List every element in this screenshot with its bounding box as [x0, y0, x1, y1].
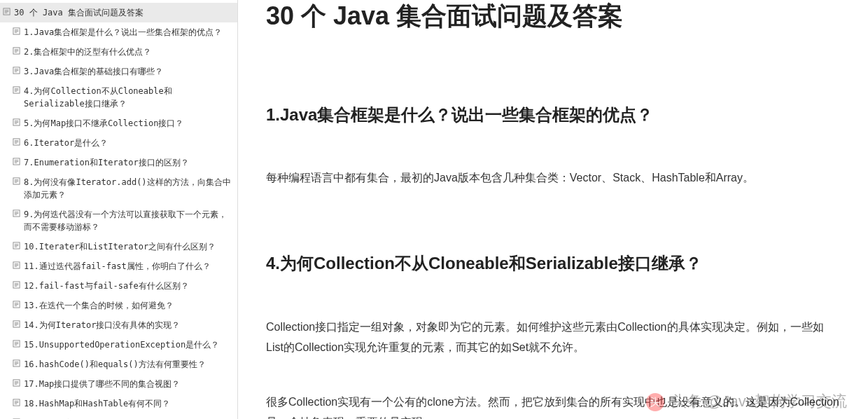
toc-item-label: 5.为何Map接口不继承Collection接口？: [24, 117, 183, 130]
toc-item[interactable]: 17.Map接口提供了哪些不同的集合视图？: [0, 374, 237, 394]
toc-item-label: 30 个 Java 集合面试问题及答案: [14, 6, 144, 19]
toc-item-label: 9.为何迭代器没有一个方法可以直接获取下一个元素，而不需要移动游标？: [24, 208, 232, 233]
heading-icon: [13, 47, 20, 55]
toc-item[interactable]: 12.fail-fast与fail-safe有什么区别？: [0, 276, 237, 296]
heading-icon: [13, 301, 20, 308]
toc-item-label: 16.hashCode()和equals()方法有何重要性？: [24, 358, 206, 371]
heading-icon: [13, 281, 20, 289]
toc-item[interactable]: 15.UnsupportedOperationException是什么？: [0, 335, 237, 355]
article-paragraph: 每种编程语言中都有集合，最初的Java版本包含几种集合类：Vector、Stac…: [266, 168, 840, 188]
heading-icon: [13, 399, 20, 406]
heading-icon: [13, 27, 20, 35]
toc-item-label: 1.Java集合框架是什么？说出一些集合框架的优点？: [24, 26, 222, 39]
toc-item[interactable]: 7.Enumeration和Iterator接口的区别？: [0, 153, 237, 172]
heading-icon: [3, 8, 10, 15]
toc-item[interactable]: 11.通过迭代器fail-fast属性，你明白了什么？: [0, 256, 237, 276]
toc-item[interactable]: 6.Iterator是什么？: [0, 133, 237, 153]
article-paragraph: 很多Collection实现有一个公有的clone方法。然而，把它放到集合的所有…: [266, 392, 840, 419]
heading-icon: [13, 379, 20, 387]
toc-item[interactable]: 18.HashMap和HashTable有何不同？: [0, 394, 237, 413]
toc-item[interactable]: 19.如何决定选用HashMap还是TreeMap？: [0, 413, 237, 419]
heading-icon: [13, 242, 20, 249]
article-title: 30 个 Java 集合面试问题及答案: [266, 0, 840, 33]
toc-item-label: 10.Iterater和ListIterator之间有什么区别？: [24, 240, 216, 253]
toc-item[interactable]: 16.hashCode()和equals()方法有何重要性？: [0, 355, 237, 374]
toc-item-label: 6.Iterator是什么？: [24, 137, 108, 149]
heading-icon: [13, 138, 20, 146]
article-main: 30 个 Java 集合面试问题及答案 1.Java集合框架是什么？说出一些集合…: [238, 0, 868, 419]
heading-icon: [13, 158, 20, 165]
heading-icon: [13, 210, 20, 217]
section-heading-1: 1.Java集合框架是什么？说出一些集合框架的优点？: [266, 103, 840, 127]
toc-item[interactable]: 14.为何Iterator接口没有具体的实现？: [0, 315, 237, 335]
toc-item-label: 14.为何Iterator接口没有具体的实现？: [24, 319, 180, 331]
toc-item-label: 18.HashMap和HashTable有何不同？: [24, 397, 170, 410]
toc-item-label: 3.Java集合框架的基础接口有哪些？: [24, 65, 163, 78]
toc-item[interactable]: 10.Iterater和ListIterator之间有什么区别？: [0, 237, 237, 256]
heading-icon: [13, 67, 20, 74]
heading-icon: [13, 118, 20, 126]
toc-item-label: 8.为何没有像Iterator.add()这样的方法，向集合中添加元素？: [24, 176, 232, 201]
toc-item[interactable]: 2.集合框架中的泛型有什么优点？: [0, 42, 237, 62]
toc-sidebar: 30 个 Java 集合面试问题及答案1.Java集合框架是什么？说出一些集合框…: [0, 0, 238, 419]
toc-item[interactable]: 13.在迭代一个集合的时候，如何避免？: [0, 296, 237, 315]
section-heading-4: 4.为何Collection不从Cloneable和Serializable接口…: [266, 252, 840, 275]
toc-item[interactable]: 4.为何Collection不从Cloneable和Serializable接口…: [0, 81, 237, 114]
toc-item-label: 12.fail-fast与fail-safe有什么区别？: [24, 280, 189, 292]
heading-icon: [13, 320, 20, 328]
toc-item[interactable]: 8.为何没有像Iterator.add()这样的方法，向集合中添加元素？: [0, 172, 237, 205]
toc-item[interactable]: 3.Java集合框架的基础接口有哪些？: [0, 62, 237, 81]
toc-item-label: 11.通过迭代器fail-fast属性，你明白了什么？: [24, 260, 211, 273]
toc-item-label: 4.为何Collection不从Cloneable和Serializable接口…: [24, 85, 232, 110]
heading-icon: [13, 261, 20, 269]
toc-item[interactable]: 5.为何Map接口不继承Collection接口？: [0, 114, 237, 133]
heading-icon: [13, 359, 20, 367]
article-paragraph: Collection接口指定一组对象，对象即为它的元素。如何维护这些元素由Col…: [266, 317, 840, 358]
toc-item-label: 13.在迭代一个集合的时候，如何避免？: [24, 299, 174, 312]
heading-icon: [13, 86, 20, 94]
toc-item[interactable]: 9.为何迭代器没有一个方法可以直接获取下一个元素，而不需要移动游标？: [0, 205, 237, 237]
heading-icon: [13, 177, 20, 185]
toc-item-label: 7.Enumeration和Iterator接口的区别？: [24, 156, 189, 169]
toc-item-label: 2.集合框架中的泛型有什么优点？: [24, 46, 151, 58]
toc-item[interactable]: 1.Java集合框架是什么？说出一些集合框架的优点？: [0, 22, 237, 42]
toc-item[interactable]: 30 个 Java 集合面试问题及答案: [0, 3, 237, 22]
toc-item-label: 15.UnsupportedOperationException是什么？: [24, 338, 219, 351]
toc-item-label: 17.Map接口提供了哪些不同的集合视图？: [24, 378, 180, 390]
heading-icon: [13, 340, 20, 348]
